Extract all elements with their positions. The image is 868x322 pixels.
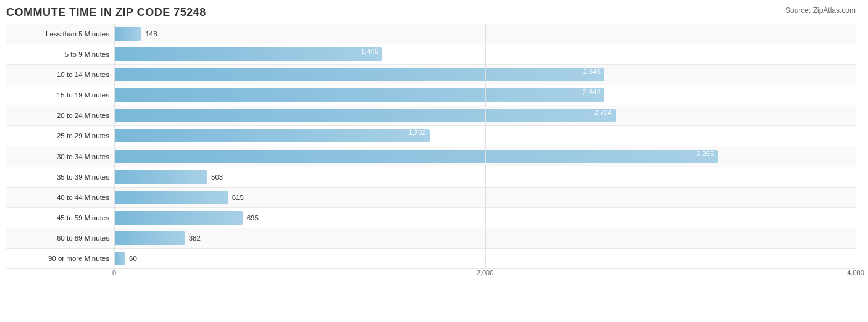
grid-line: [114, 24, 115, 269]
bar-label: 30 to 34 Minutes: [6, 153, 114, 160]
bar-row: Less than 5 Minutes148: [6, 24, 856, 44]
chart-title: COMMUTE TIME IN ZIP CODE 75248: [6, 6, 856, 19]
bar-row: 35 to 39 Minutes503: [6, 167, 856, 188]
bar-value: 2,645: [583, 68, 601, 75]
grid-line: [485, 24, 486, 269]
bar-value: 148: [145, 30, 157, 38]
bar-row: 10 to 14 Minutes2,645: [6, 65, 856, 85]
bar-value: 1,702: [408, 129, 426, 136]
bar-fill: 3,256: [114, 150, 718, 163]
bar-fill: [114, 231, 185, 245]
bar-value: 2,704: [594, 109, 612, 116]
bar-fill: 2,645: [114, 68, 604, 81]
bar-label: 15 to 19 Minutes: [6, 91, 114, 99]
bar-value: 1,446: [361, 47, 378, 55]
bar-fill: 1,446: [114, 47, 382, 61]
bar-fill: [114, 27, 141, 41]
bar-fill: [114, 170, 207, 184]
bar-label: Less than 5 Minutes: [6, 30, 114, 38]
bar-label: 25 to 29 Minutes: [6, 132, 114, 139]
x-tick: 0: [112, 269, 116, 276]
bar-value: 2,644: [583, 88, 601, 96]
bars-wrapper: Less than 5 Minutes1485 to 9 Minutes1,44…: [6, 24, 856, 269]
x-axis: 02,0004,000: [114, 269, 856, 284]
bar-row: 45 to 59 Minutes695: [6, 208, 856, 228]
bar-value: 3,256: [696, 150, 714, 157]
bar-value: 695: [247, 214, 259, 221]
bar-fill: 2,704: [114, 109, 616, 122]
x-tick: 2,000: [477, 269, 494, 276]
bar-label: 90 or more Minutes: [6, 255, 114, 262]
bar-label: 35 to 39 Minutes: [6, 173, 114, 181]
bar-value: 503: [211, 173, 223, 181]
grid-line: [856, 24, 856, 269]
bar-value: 615: [232, 194, 244, 201]
bar-row: 60 to 89 Minutes382: [6, 228, 856, 249]
bar-value: 382: [189, 234, 201, 242]
bar-row: 5 to 9 Minutes1,446: [6, 44, 856, 65]
bar-row: 40 to 44 Minutes615: [6, 188, 856, 208]
bar-value: 60: [129, 255, 137, 262]
bar-fill: [114, 211, 243, 225]
chart-area: Less than 5 Minutes1485 to 9 Minutes1,44…: [6, 24, 856, 284]
x-tick: 4,000: [847, 269, 864, 276]
bar-label: 40 to 44 Minutes: [6, 194, 114, 201]
chart-source: Source: ZipAtlas.com: [785, 6, 856, 15]
bar-fill: [114, 252, 125, 265]
bar-fill: [114, 191, 228, 204]
bar-row: 20 to 24 Minutes2,704: [6, 105, 856, 126]
bar-label: 20 to 24 Minutes: [6, 112, 114, 119]
bar-row: 25 to 29 Minutes1,702: [6, 126, 856, 146]
bar-label: 60 to 89 Minutes: [6, 234, 114, 242]
chart-container: COMMUTE TIME IN ZIP CODE 75248 Source: Z…: [0, 0, 868, 322]
bar-fill: 1,702: [114, 129, 430, 142]
bar-label: 10 to 14 Minutes: [6, 71, 114, 78]
bar-row: 15 to 19 Minutes2,644: [6, 85, 856, 105]
bar-label: 45 to 59 Minutes: [6, 214, 114, 221]
bar-row: 30 to 34 Minutes3,256: [6, 146, 856, 167]
bar-fill: 2,644: [114, 88, 604, 102]
bar-row: 90 or more Minutes60: [6, 249, 856, 269]
bar-label: 5 to 9 Minutes: [6, 51, 114, 58]
